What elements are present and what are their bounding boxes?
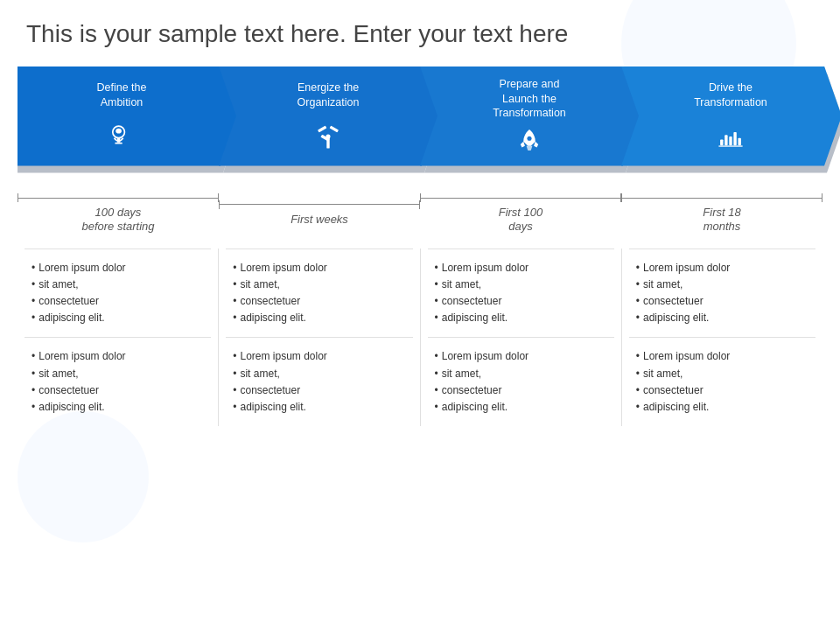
table-block-2-1: •Lorem ipsum dolor•sit amet,•consectetue… bbox=[226, 248, 412, 338]
list-bullet: • bbox=[636, 348, 640, 365]
timeline-line-4 bbox=[622, 198, 822, 199]
list-item: •sit amet, bbox=[233, 366, 405, 382]
arrow-content-3: Prepare andLaunch theTransformation bbox=[439, 66, 620, 166]
list-bullet: • bbox=[435, 260, 438, 276]
list-item-text: Lorem ipsum dolor bbox=[442, 348, 528, 365]
timeline-line-container-2 bbox=[219, 200, 420, 209]
list-item: •adipiscing elit. bbox=[233, 399, 405, 416]
list-item-text: sit amet, bbox=[240, 276, 279, 293]
list-item-text: adipiscing elit. bbox=[442, 399, 508, 416]
list-bullet: • bbox=[233, 382, 236, 399]
table-block-2-2: •Lorem ipsum dolor•sit amet,•consectetue… bbox=[226, 337, 412, 426]
table-block-3-2: •Lorem ipsum dolor•sit amet,•consectetue… bbox=[428, 337, 614, 426]
list-bullet: • bbox=[636, 293, 640, 310]
list-item: •Lorem ipsum dolor bbox=[435, 348, 607, 365]
list-item-text: consectetuer bbox=[240, 293, 300, 310]
timeline-label-1: 100 daysbefore starting bbox=[81, 206, 154, 233]
list-item: •Lorem ipsum dolor bbox=[636, 348, 808, 365]
list-item-text: sit amet, bbox=[442, 366, 481, 382]
list-item-text: Lorem ipsum dolor bbox=[240, 260, 326, 276]
timeline-line-2 bbox=[220, 204, 419, 205]
list-item: •consectetuer bbox=[32, 382, 204, 399]
list-item-text: Lorem ipsum dolor bbox=[240, 348, 326, 365]
list-bullet: • bbox=[233, 310, 236, 326]
list-bullet: • bbox=[233, 293, 236, 310]
list-item: •sit amet, bbox=[636, 366, 808, 382]
list-item: •consectetuer bbox=[636, 382, 808, 399]
timeline-label-3: First 100days bbox=[499, 206, 543, 233]
timeline-line-container-4 bbox=[621, 193, 822, 202]
list-bullet: • bbox=[233, 366, 236, 382]
list-item-text: consectetuer bbox=[38, 293, 99, 310]
list-item: •consectetuer bbox=[233, 382, 405, 399]
list-item-text: consectetuer bbox=[442, 293, 502, 310]
list-item: •sit amet, bbox=[32, 276, 204, 293]
list-item-text: adipiscing elit. bbox=[643, 310, 709, 326]
list-item: •consectetuer bbox=[32, 293, 204, 310]
list-item: •Lorem ipsum dolor bbox=[32, 260, 204, 276]
svg-point-8 bbox=[527, 136, 531, 141]
list-bullet: • bbox=[636, 276, 640, 293]
arrow-label-3: Prepare andLaunch theTransformation bbox=[493, 77, 566, 120]
svg-rect-5 bbox=[318, 125, 327, 132]
arrow-icon-1 bbox=[107, 122, 136, 151]
arrow-content-4: Drive theTransformation bbox=[640, 66, 821, 166]
list-item-text: adipiscing elit. bbox=[38, 310, 104, 326]
list-bullet: • bbox=[32, 260, 35, 276]
svg-rect-13 bbox=[738, 137, 741, 145]
list-bullet: • bbox=[32, 310, 35, 326]
table-block-3-1: •Lorem ipsum dolor•sit amet,•consectetue… bbox=[428, 248, 614, 338]
list-bullet: • bbox=[435, 310, 438, 326]
table-col-1: •Lorem ipsum dolor•sit amet,•consectetue… bbox=[18, 248, 219, 427]
timeline-label-4: First 18months bbox=[703, 206, 740, 233]
timeline-line-1 bbox=[18, 198, 218, 199]
slide: This is your sample text here. Enter you… bbox=[0, 0, 840, 630]
list-item-text: consectetuer bbox=[643, 293, 704, 310]
timeline-line-container-3 bbox=[420, 193, 621, 202]
bg-decor-2 bbox=[18, 411, 149, 542]
list-item: •sit amet, bbox=[636, 276, 808, 293]
list-item: •sit amet, bbox=[233, 276, 405, 293]
list-item-text: Lorem ipsum dolor bbox=[38, 348, 125, 365]
timeline-section: 100 daysbefore startingFirst weeksFirst … bbox=[0, 187, 840, 240]
list-bullet: • bbox=[435, 276, 438, 293]
list-bullet: • bbox=[636, 399, 640, 416]
arrow-label-2: Energize theOrganization bbox=[298, 80, 360, 109]
list-item-text: adipiscing elit. bbox=[442, 310, 508, 326]
list-bullet: • bbox=[233, 260, 236, 276]
list-bullet: • bbox=[233, 399, 236, 416]
list-bullet: • bbox=[435, 366, 438, 382]
list-item-text: consectetuer bbox=[442, 382, 502, 399]
arrow-icon-2 bbox=[313, 122, 343, 151]
table-block-4-1: •Lorem ipsum dolor•sit amet,•consectetue… bbox=[629, 248, 816, 338]
list-item: •adipiscing elit. bbox=[32, 399, 204, 416]
svg-rect-1 bbox=[117, 137, 120, 142]
arrows-container: Define theAmbition Energize theOrganizat… bbox=[0, 66, 840, 180]
list-item: •Lorem ipsum dolor bbox=[233, 348, 405, 365]
arrow-item-4: Drive theTransformation bbox=[621, 66, 840, 180]
list-item: •adipiscing elit. bbox=[435, 399, 607, 416]
table-section: •Lorem ipsum dolor•sit amet,•consectetue… bbox=[0, 248, 840, 427]
list-bullet: • bbox=[32, 348, 35, 365]
arrow-item-1: Define theAmbition bbox=[18, 66, 238, 180]
svg-rect-9 bbox=[720, 139, 723, 145]
list-item: •consectetuer bbox=[435, 293, 607, 310]
table-col-4: •Lorem ipsum dolor•sit amet,•consectetue… bbox=[622, 248, 822, 427]
list-item: •adipiscing elit. bbox=[32, 310, 204, 326]
list-item: •Lorem ipsum dolor bbox=[435, 260, 607, 276]
timeline-line-3 bbox=[421, 198, 620, 199]
list-item: •adipiscing elit. bbox=[233, 310, 405, 326]
list-bullet: • bbox=[435, 348, 438, 365]
list-item: •sit amet, bbox=[435, 276, 607, 293]
timeline-item-4: First 18months bbox=[621, 193, 822, 233]
svg-rect-11 bbox=[729, 136, 732, 145]
list-item: •Lorem ipsum dolor bbox=[636, 260, 808, 276]
list-item-text: consectetuer bbox=[38, 382, 99, 399]
timeline-line-container-1 bbox=[18, 193, 219, 202]
timeline-item-1: 100 daysbefore starting bbox=[18, 193, 219, 233]
table-block-1-1: •Lorem ipsum dolor•sit amet,•consectetue… bbox=[24, 248, 211, 338]
list-item-text: Lorem ipsum dolor bbox=[442, 260, 528, 276]
arrow-item-3: Prepare andLaunch theTransformation bbox=[420, 66, 640, 180]
list-item: •Lorem ipsum dolor bbox=[32, 348, 204, 365]
list-bullet: • bbox=[32, 293, 35, 310]
